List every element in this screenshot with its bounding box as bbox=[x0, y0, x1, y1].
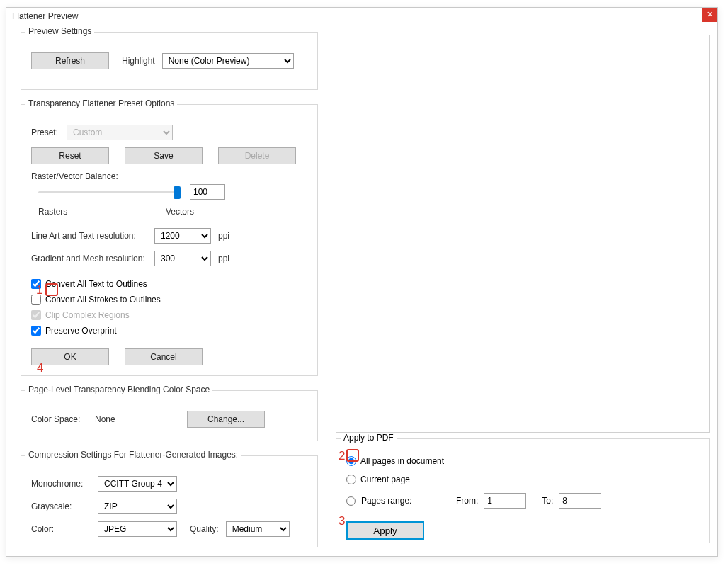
refresh-button[interactable]: Refresh bbox=[31, 52, 109, 69]
balance-label: Raster/Vector Balance: bbox=[31, 171, 307, 181]
mono-label: Monochrome: bbox=[31, 479, 91, 489]
clip-complex-checkbox bbox=[31, 310, 41, 320]
all-pages-label: All pages in document bbox=[360, 456, 444, 466]
window-title: Flattener Preview bbox=[12, 11, 78, 21]
ok-button[interactable]: OK bbox=[31, 348, 109, 365]
balance-input[interactable] bbox=[190, 184, 225, 200]
delete-button: Delete bbox=[218, 147, 296, 164]
gray-select[interactable]: ZIP bbox=[98, 499, 177, 514]
color-space-legend: Page-Level Transparency Blending Color S… bbox=[25, 385, 212, 394]
client-area: Preview Settings Refresh Highlight None … bbox=[6, 25, 717, 556]
close-icon: ✕ bbox=[707, 10, 713, 18]
compression-group: Compression Settings For Flattener-Gener… bbox=[21, 455, 318, 547]
quality-select[interactable]: Medium bbox=[226, 521, 290, 537]
color-space-value: None bbox=[95, 414, 180, 424]
slider-track bbox=[38, 191, 180, 193]
gradient-ppi: ppi bbox=[218, 254, 229, 263]
convert-text-label: Convert All Text to Outlines bbox=[45, 279, 147, 289]
pages-range-radio[interactable] bbox=[346, 496, 356, 506]
left-panel: Preview Settings Refresh Highlight None … bbox=[21, 32, 318, 562]
preset-options-legend: Transparency Flattener Preset Options bbox=[25, 98, 177, 108]
compression-legend: Compression Settings For Flattener-Gener… bbox=[25, 450, 241, 460]
to-label: To: bbox=[542, 496, 553, 506]
highlight-label: Highlight bbox=[122, 56, 155, 66]
flattener-preview-dialog: Flattener Preview ✕ Preview Settings Ref… bbox=[6, 7, 718, 557]
titlebar: Flattener Preview ✕ bbox=[6, 8, 717, 25]
vectors-label: Vectors bbox=[166, 207, 194, 217]
cancel-button[interactable]: Cancel bbox=[125, 348, 203, 365]
preview-settings-legend: Preview Settings bbox=[25, 26, 94, 36]
convert-strokes-label: Convert All Strokes to Outlines bbox=[45, 295, 161, 305]
close-button[interactable]: ✕ bbox=[702, 8, 717, 22]
all-pages-radio[interactable] bbox=[346, 456, 356, 466]
current-page-label: Current page bbox=[360, 475, 410, 484]
reset-button[interactable]: Reset bbox=[31, 147, 109, 164]
highlight-select[interactable]: None (Color Preview) bbox=[162, 53, 294, 69]
gray-label: Grayscale: bbox=[31, 501, 91, 511]
mono-select[interactable]: CCITT Group 4 bbox=[98, 476, 177, 492]
color-space-group: Page-Level Transparency Blending Color S… bbox=[21, 390, 318, 441]
gradient-select[interactable]: 300 bbox=[154, 251, 211, 266]
save-button[interactable]: Save bbox=[125, 147, 203, 164]
from-input[interactable] bbox=[484, 493, 526, 509]
balance-slider[interactable] bbox=[38, 185, 180, 199]
line-art-select[interactable]: 1200 bbox=[154, 228, 211, 244]
quality-label: Quality: bbox=[190, 524, 219, 534]
preset-options-group: Transparency Flattener Preset Options Pr… bbox=[21, 104, 318, 376]
current-page-radio[interactable] bbox=[346, 475, 356, 484]
preset-select: Custom bbox=[67, 125, 173, 140]
apply-to-pdf-group: Apply to PDF All pages in document Curre… bbox=[336, 438, 710, 543]
preview-pane bbox=[336, 35, 710, 433]
line-art-label: Line Art and Text resolution: bbox=[31, 231, 147, 241]
slider-thumb[interactable] bbox=[174, 186, 181, 199]
apply-legend: Apply to PDF bbox=[341, 433, 397, 443]
preserve-overprint-checkbox[interactable] bbox=[31, 326, 41, 336]
line-art-ppi: ppi bbox=[218, 231, 229, 241]
pages-range-label: Pages range: bbox=[361, 496, 425, 506]
preset-label: Preset: bbox=[31, 127, 59, 137]
color-select[interactable]: JPEG bbox=[98, 521, 177, 537]
preserve-overprint-label: Preserve Overprint bbox=[45, 326, 117, 336]
to-input[interactable] bbox=[559, 493, 601, 509]
rasters-label: Rasters bbox=[38, 207, 67, 217]
gradient-label: Gradient and Mesh resolution: bbox=[31, 254, 147, 263]
color-label: Color: bbox=[31, 524, 91, 534]
convert-text-checkbox[interactable] bbox=[31, 279, 41, 289]
apply-button[interactable]: Apply bbox=[346, 521, 424, 540]
from-label: From: bbox=[456, 496, 478, 506]
preview-settings-group: Preview Settings Refresh Highlight None … bbox=[21, 32, 318, 90]
convert-strokes-checkbox[interactable] bbox=[31, 295, 41, 305]
change-button[interactable]: Change... bbox=[187, 411, 265, 428]
clip-complex-label: Clip Complex Regions bbox=[45, 310, 130, 320]
color-space-label: Color Space: bbox=[31, 414, 88, 424]
